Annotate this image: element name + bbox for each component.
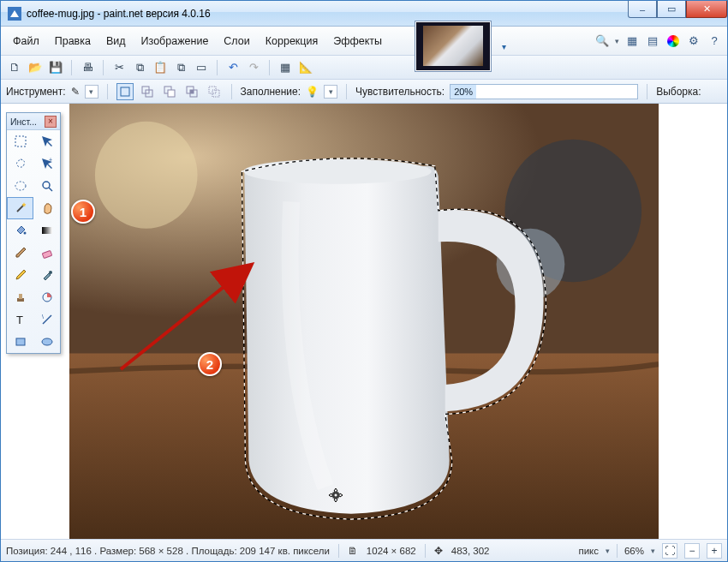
tool-move-selection[interactable] [33,130,60,152]
tool-move-pixels[interactable]: + [33,152,60,175]
instrument-icon[interactable]: ✎ [71,86,80,98]
new-file-button[interactable]: 🗋 [6,59,23,76]
move-cursor-icon [328,487,343,503]
selection-mode-xor[interactable] [206,83,223,100]
copy-button[interactable]: ⧉ [131,59,148,76]
menu-layers[interactable]: Слои [217,32,256,51]
svg-rect-8 [190,90,194,93]
separator [647,84,647,99]
undo-button[interactable]: ↶ [224,59,242,76]
tool-paintbrush[interactable] [7,242,33,264]
document-thumbnail[interactable]: ▾ [415,21,492,72]
rulers-button[interactable]: 📐 [297,59,314,76]
svg-text:T: T [16,314,23,326]
zoom-fit-button[interactable]: ⛶ [662,543,677,559]
tool-rectangle-shape[interactable] [7,331,33,353]
save-file-button[interactable]: 💾 [47,59,64,76]
print-button[interactable]: 🖶 [79,59,96,76]
pixel-grid-button[interactable]: ▦ [277,59,294,76]
tool-eraser[interactable] [33,242,60,264]
selection-mode-add[interactable] [139,83,156,100]
menu-effects[interactable]: Эффекты [326,32,389,51]
crop-button[interactable]: ⧉ [172,59,189,76]
units-label[interactable]: пикс [578,546,599,556]
instrument-label: Инструмент: [6,86,66,98]
minimize-button[interactable]: – [628,1,657,18]
help-icon[interactable]: ? [707,33,722,49]
menu-view[interactable]: Вид [99,32,133,51]
cut-button[interactable]: ✂ [110,59,128,76]
menu-adjustments[interactable]: Коррекция [259,32,325,51]
tool-clone-stamp[interactable] [7,286,33,308]
paste-button[interactable]: 📋 [152,59,169,76]
close-button[interactable]: ✕ [686,1,727,18]
tool-chooser-dropdown[interactable]: ▾ [615,37,619,45]
menubar: Файл Правка Вид Изображение Слои Коррекц… [1,27,727,56]
thumbnail-dropdown-icon[interactable]: ▾ [502,41,506,51]
ellipse-shape-icon [40,335,54,349]
sensitivity-slider[interactable]: 20% [450,84,638,99]
menu-file[interactable]: Файл [6,32,46,51]
tool-gradient[interactable] [33,219,60,242]
deselect-button[interactable]: ▭ [193,59,210,76]
tool-recolor[interactable] [33,286,60,308]
selection-mode-intersect[interactable] [183,83,200,100]
recolor-icon [40,290,54,304]
redo-button[interactable]: ↷ [245,59,262,76]
move-selection-icon [40,135,54,148]
maximize-button[interactable]: ▭ [657,1,686,18]
history-window-icon[interactable]: ▦ [624,33,640,49]
tool-pan[interactable] [33,197,60,219]
zoom-icon [40,179,54,193]
tool-zoom[interactable] [33,175,60,197]
tool-magic-wand[interactable] [7,197,33,219]
tool-lasso-select[interactable] [7,152,33,175]
tool-ellipse-shape[interactable] [33,331,60,353]
tool-text[interactable]: T [7,308,33,331]
tool-ellipse-select[interactable] [7,175,33,197]
units-dropdown[interactable]: ▾ [606,547,610,555]
svg-text:\: \ [42,314,44,320]
selection-mode-subtract[interactable] [161,83,178,100]
tool-pencil[interactable] [7,264,33,286]
zoom-in-button[interactable]: + [707,543,722,559]
tool-line[interactable]: \ [33,308,60,331]
svg-line-23 [49,188,52,191]
move-pixels-icon: + [40,157,54,170]
line-icon: \ [40,313,54,326]
text-icon: T [14,313,27,326]
settings-icon[interactable]: ⚙ [686,33,701,49]
colors-window-icon[interactable] [667,35,679,47]
lasso-select-icon [14,157,27,170]
aux-toolbar: 🔍 ▾ ▦ ▤ ⚙ ? [594,33,722,49]
fill-flood-icon[interactable]: 💡 [306,86,319,98]
separator [71,60,72,75]
tools-window[interactable]: Инст... × +T\ [6,112,61,354]
svg-rect-28 [42,250,51,258]
tool-paint-bucket[interactable] [7,219,33,242]
magic-wand-icon [14,201,27,215]
fill-dropdown[interactable]: ▾ [324,85,337,99]
annotation-arrow [112,232,266,378]
tool-chooser-icon[interactable]: 🔍 [594,33,610,49]
svg-text:+: + [49,157,52,163]
menu-image[interactable]: Изображение [134,32,216,51]
doc-size-icon: 🗎 [348,546,358,556]
zoom-out-button[interactable]: − [684,543,700,559]
tool-rectangle-select[interactable] [7,130,33,152]
separator [217,60,218,75]
tools-window-close-button[interactable]: × [45,116,57,128]
svg-point-37 [42,338,52,345]
tool-options-bar: Инструмент: ✎ ▾ Заполнение: 💡 ▾ Чувствит… [1,80,727,104]
zoom-dropdown[interactable]: ▾ [651,547,655,555]
zoom-level[interactable]: 66% [624,546,644,556]
svg-rect-19 [15,136,26,146]
layers-window-icon[interactable]: ▤ [645,33,660,49]
pan-icon [40,201,54,215]
tools-window-titlebar[interactable]: Инст... × [7,113,60,130]
selection-mode-replace[interactable] [116,83,134,100]
open-file-button[interactable]: 📂 [27,59,44,76]
menu-edit[interactable]: Правка [48,32,98,51]
instrument-dropdown[interactable]: ▾ [85,85,98,99]
tool-color-picker[interactable] [33,264,60,286]
